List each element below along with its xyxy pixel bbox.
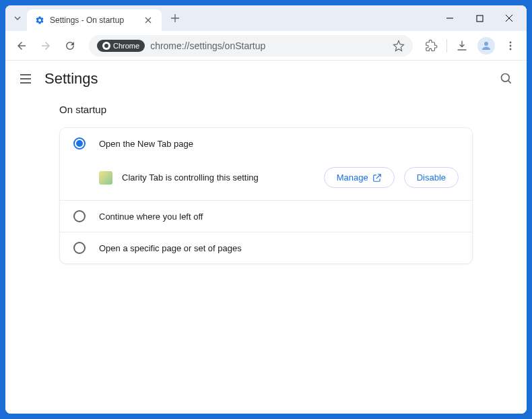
gear-icon bbox=[35, 15, 44, 25]
new-tab-button[interactable] bbox=[166, 9, 185, 28]
radio-unselected[interactable] bbox=[73, 242, 86, 254]
titlebar: Settings - On startup bbox=[5, 5, 527, 31]
option-new-tab[interactable]: Open the New Tab page bbox=[60, 128, 472, 159]
profile-button[interactable] bbox=[475, 35, 497, 57]
search-button[interactable] bbox=[500, 72, 513, 86]
browser-tab[interactable]: Settings - On startup bbox=[27, 9, 162, 31]
disable-label: Disable bbox=[417, 172, 446, 183]
disable-button[interactable]: Disable bbox=[404, 167, 459, 188]
chrome-chip: Chrome bbox=[97, 40, 145, 52]
close-window-button[interactable] bbox=[494, 7, 524, 29]
hamburger-icon bbox=[19, 72, 32, 86]
tab-title: Settings - On startup bbox=[50, 15, 137, 25]
puzzle-icon bbox=[426, 40, 438, 52]
bookmark-button[interactable] bbox=[393, 40, 405, 52]
section-title: On startup bbox=[59, 104, 473, 115]
open-external-icon bbox=[372, 173, 382, 183]
option-specific-pages[interactable]: Open a specific page or set of pages bbox=[60, 232, 472, 263]
window-controls bbox=[435, 7, 524, 29]
extension-icon bbox=[99, 171, 112, 185]
svg-rect-0 bbox=[477, 15, 483, 22]
plus-icon bbox=[170, 13, 180, 23]
svg-point-2 bbox=[510, 41, 512, 43]
option-continue[interactable]: Continue where you left off bbox=[60, 201, 472, 232]
url-text: chrome://settings/onStartup bbox=[150, 40, 387, 51]
svg-point-1 bbox=[484, 42, 488, 46]
avatar bbox=[477, 37, 495, 55]
option-label: Continue where you left off bbox=[99, 212, 203, 222]
option-label: Open the New Tab page bbox=[99, 139, 193, 149]
maximize-button[interactable] bbox=[465, 7, 494, 29]
hamburger-menu-button[interactable] bbox=[19, 72, 32, 86]
minimize-button[interactable] bbox=[435, 7, 465, 29]
tab-search-button[interactable] bbox=[8, 9, 27, 28]
settings-header: Settings bbox=[5, 61, 527, 97]
svg-point-4 bbox=[510, 48, 512, 50]
download-icon bbox=[456, 40, 468, 52]
tab-close-button[interactable] bbox=[143, 15, 154, 26]
kebab-icon bbox=[505, 40, 516, 51]
chrome-icon bbox=[102, 42, 110, 50]
notice-text: Clarity Tab is controlling this setting bbox=[122, 172, 314, 183]
extension-notice: Clarity Tab is controlling this setting … bbox=[60, 159, 472, 201]
arrow-right-icon bbox=[40, 40, 52, 52]
page-content: Settings On startup Open the New Tab pag… bbox=[5, 61, 527, 414]
search-icon bbox=[500, 72, 513, 86]
menu-button[interactable] bbox=[500, 35, 521, 57]
browser-window: Settings - On startup bbox=[5, 5, 527, 414]
option-label: Open a specific page or set of pages bbox=[99, 243, 242, 253]
options-card: Open the New Tab page Clarity Tab is con… bbox=[59, 127, 473, 264]
maximize-icon bbox=[476, 15, 484, 22]
arrow-left-icon bbox=[15, 40, 28, 52]
svg-point-3 bbox=[510, 44, 512, 46]
close-icon bbox=[145, 17, 152, 24]
radio-selected[interactable] bbox=[73, 137, 86, 150]
close-icon bbox=[505, 14, 513, 22]
page-title: Settings bbox=[44, 70, 488, 88]
address-bar[interactable]: Chrome chrome://settings/onStartup bbox=[89, 35, 413, 57]
minimize-icon bbox=[446, 14, 454, 22]
svg-point-5 bbox=[502, 74, 510, 82]
on-startup-section: On startup Open the New Tab page Clarity… bbox=[5, 97, 527, 271]
back-button[interactable] bbox=[11, 35, 32, 57]
star-icon bbox=[393, 40, 405, 52]
forward-button[interactable] bbox=[35, 35, 57, 57]
person-icon bbox=[480, 40, 492, 52]
reload-icon bbox=[64, 40, 76, 52]
downloads-button[interactable] bbox=[451, 35, 473, 57]
manage-button[interactable]: Manage bbox=[324, 167, 395, 188]
toolbar-divider bbox=[446, 39, 447, 53]
reload-button[interactable] bbox=[59, 35, 81, 57]
radio-unselected[interactable] bbox=[73, 210, 86, 222]
manage-label: Manage bbox=[337, 172, 368, 183]
chrome-chip-label: Chrome bbox=[113, 42, 139, 50]
toolbar: Chrome chrome://settings/onStartup bbox=[5, 31, 527, 61]
chevron-down-icon bbox=[13, 14, 22, 22]
extensions-button[interactable] bbox=[421, 35, 442, 57]
